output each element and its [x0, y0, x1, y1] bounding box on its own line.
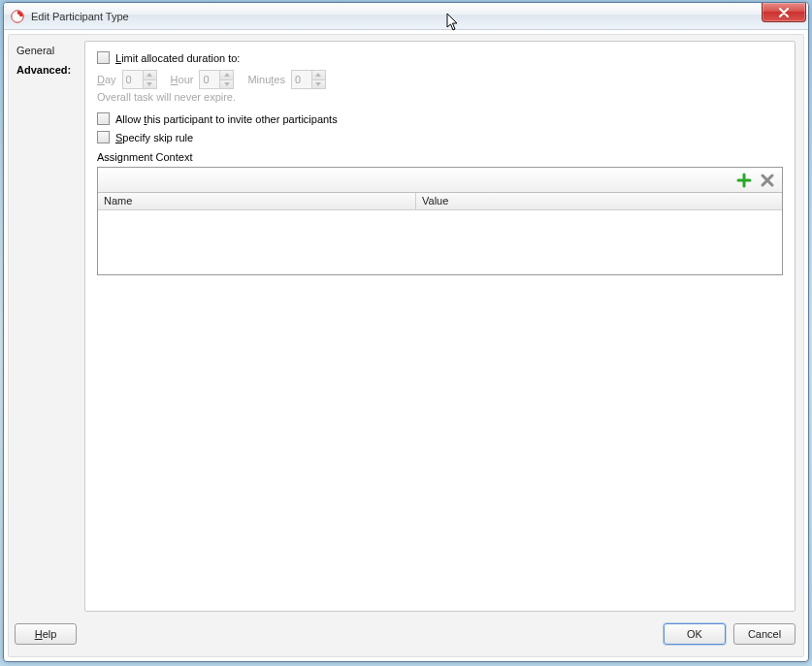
delete-button[interactable] — [759, 172, 776, 189]
column-header-value[interactable]: Value — [416, 193, 782, 209]
chevron-down-icon — [315, 82, 321, 86]
chevron-up-icon — [315, 73, 321, 77]
svg-point-1 — [16, 14, 20, 18]
assignment-context-header: Name Value — [98, 193, 782, 210]
advanced-panel: Limit allocated duration to: Day Hour — [84, 41, 796, 612]
dialog-window: Edit Participant Type General Advanced: … — [3, 2, 809, 662]
day-spin-buttons — [144, 70, 157, 89]
add-button[interactable] — [735, 172, 753, 189]
minutes-input[interactable] — [291, 70, 312, 89]
chevron-down-icon — [224, 82, 230, 86]
close-button[interactable] — [762, 3, 806, 22]
minutes-label: Minutes — [247, 74, 285, 85]
assignment-context-body[interactable] — [98, 210, 782, 274]
minutes-spin-up[interactable] — [312, 71, 325, 79]
cancel-button[interactable]: Cancel — [733, 623, 796, 645]
allow-invite-label: Allow this participant to invite other p… — [115, 113, 338, 125]
chevron-up-icon — [146, 73, 152, 77]
column-header-name[interactable]: Name — [98, 193, 416, 209]
tab-general[interactable]: General — [15, 41, 81, 60]
minutes-spin-down[interactable] — [312, 79, 325, 89]
x-icon — [760, 173, 775, 188]
hour-spin-up[interactable] — [220, 71, 233, 79]
day-spinner — [122, 70, 157, 89]
close-icon — [778, 8, 790, 17]
duration-hint: Overall task will never expire. — [97, 91, 783, 103]
dialog-footer: Help OK Cancel — [15, 618, 796, 650]
allow-invite-row: Allow this participant to invite other p… — [97, 112, 783, 125]
dialog-body: General Advanced: Limit allocated durati… — [8, 34, 804, 657]
minutes-spinner — [291, 70, 326, 89]
plus-icon — [736, 173, 752, 188]
hour-spinner — [199, 70, 234, 89]
assignment-context-table: Name Value — [97, 167, 783, 275]
hour-spin-down[interactable] — [220, 79, 233, 89]
assignment-context-label: Assignment Context — [97, 151, 783, 163]
skip-rule-row: Specify skip rule — [97, 131, 783, 143]
mouse-cursor-icon — [446, 13, 462, 32]
titlebar[interactable]: Edit Participant Type — [4, 3, 808, 30]
hour-input[interactable] — [199, 70, 220, 89]
skip-rule-checkbox[interactable] — [97, 131, 110, 143]
minutes-spin-buttons — [312, 70, 326, 89]
help-button[interactable]: Help — [15, 623, 77, 645]
limit-duration-label: Limit allocated duration to: — [115, 52, 240, 64]
chevron-down-icon — [146, 82, 152, 86]
hour-label: Hour — [171, 74, 194, 85]
day-label: Day — [97, 74, 116, 85]
tab-list: General Advanced: — [15, 41, 81, 79]
day-spin-down[interactable] — [144, 79, 156, 89]
window-title: Edit Participant Type — [31, 11, 129, 22]
duration-inputs: Day Hour Minutes — [97, 70, 783, 89]
day-input[interactable] — [122, 70, 144, 89]
tab-advanced[interactable]: Advanced: — [15, 60, 81, 79]
skip-rule-label: Specify skip rule — [115, 132, 193, 143]
day-spin-up[interactable] — [144, 71, 156, 79]
hour-spin-buttons — [220, 70, 234, 89]
limit-duration-checkbox[interactable] — [97, 51, 110, 64]
assignment-context-toolbar — [98, 168, 782, 193]
ok-button[interactable]: OK — [664, 623, 726, 645]
chevron-up-icon — [224, 73, 230, 77]
app-icon — [10, 9, 25, 24]
allow-invite-checkbox[interactable] — [97, 112, 110, 125]
limit-duration-row: Limit allocated duration to: — [97, 51, 783, 64]
